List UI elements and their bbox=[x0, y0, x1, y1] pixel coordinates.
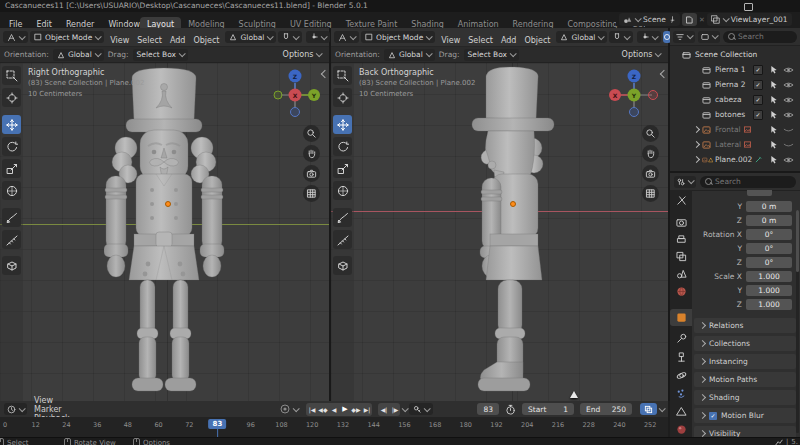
drag-dropdown[interactable]: Select Box bbox=[464, 49, 519, 61]
hide-eye-icon[interactable] bbox=[783, 81, 794, 89]
view-layer-selector[interactable]: ViewLayer_001 bbox=[707, 13, 792, 26]
selectable-icon[interactable] bbox=[770, 95, 779, 104]
transform-orientation-dropdown[interactable]: Global bbox=[556, 31, 607, 43]
new-scene-button[interactable] bbox=[682, 13, 697, 26]
options-dropdown[interactable]: Options bbox=[279, 50, 325, 59]
tab-particles[interactable] bbox=[670, 385, 692, 402]
mode-dropdown[interactable]: Object Mode bbox=[361, 31, 435, 43]
tab-constraints[interactable] bbox=[670, 349, 692, 366]
tool-transform[interactable] bbox=[2, 181, 21, 200]
section-header[interactable]: ✓ Shading bbox=[694, 390, 796, 405]
item-name[interactable]: Frontal bbox=[715, 125, 741, 134]
hide-eye-icon[interactable] bbox=[783, 156, 794, 164]
tool-transform[interactable] bbox=[333, 181, 352, 200]
jump-to-start-button[interactable]: |◀ bbox=[306, 403, 317, 416]
end-frame-field[interactable]: End 250 bbox=[580, 403, 632, 415]
orthographic-toggle-button[interactable] bbox=[642, 185, 659, 202]
tab-modifiers[interactable] bbox=[670, 330, 692, 347]
gizmo-dropdown[interactable] bbox=[306, 31, 330, 43]
gizmo-z[interactable]: Z bbox=[632, 73, 637, 80]
section-header[interactable]: ✓ Motion Paths bbox=[694, 372, 796, 387]
options-dropdown[interactable]: Options bbox=[618, 50, 664, 59]
next-keyframe-button[interactable]: ◆▶ bbox=[350, 403, 361, 416]
hidden-eye-icon[interactable] bbox=[783, 126, 794, 134]
viewport-menu-item[interactable]: Object bbox=[520, 36, 554, 45]
outliner-display-mode-button[interactable] bbox=[698, 31, 720, 43]
item-name[interactable]: Lateral bbox=[715, 140, 741, 149]
outliner-row[interactable]: Pierna 1 ✓ bbox=[670, 62, 800, 77]
viewport-menu-item[interactable]: Add bbox=[166, 36, 190, 45]
item-name[interactable]: botones bbox=[715, 110, 745, 119]
tab-material[interactable] bbox=[670, 421, 692, 438]
viewport-menu-item[interactable]: View bbox=[437, 36, 464, 45]
outliner-row[interactable]: cabeza ✓ bbox=[670, 92, 800, 107]
exclude-checkbox[interactable]: ✓ bbox=[753, 65, 763, 75]
nutcracker-model-front[interactable] bbox=[104, 64, 228, 400]
editor-type-button[interactable] bbox=[334, 31, 359, 43]
transform-orientation-dropdown[interactable]: Global bbox=[225, 31, 276, 43]
selectable-icon[interactable] bbox=[770, 155, 779, 164]
properties-scrollbar[interactable] bbox=[796, 210, 799, 433]
pan-button[interactable] bbox=[303, 145, 320, 162]
orientation-dropdown[interactable]: Global bbox=[53, 49, 104, 61]
tool-move[interactable] bbox=[2, 115, 21, 134]
keying-set-button[interactable] bbox=[409, 403, 433, 415]
gizmo-x[interactable]: X bbox=[613, 92, 618, 99]
object-origin-dot[interactable] bbox=[165, 201, 171, 207]
selectable-icon[interactable] bbox=[770, 65, 779, 74]
tool-annotate[interactable] bbox=[2, 208, 21, 227]
preview-range-stopwatch-icon[interactable] bbox=[505, 404, 516, 415]
viewport-menu-item[interactable]: Object bbox=[189, 36, 223, 45]
field-value[interactable]: 1.000 bbox=[746, 299, 792, 310]
nutcracker-model-side[interactable] bbox=[466, 64, 562, 400]
tab-object-data[interactable] bbox=[670, 403, 692, 420]
tool-cursor[interactable] bbox=[2, 88, 21, 107]
tab-world[interactable] bbox=[670, 283, 692, 300]
snap-dropdown[interactable] bbox=[609, 31, 633, 43]
timeline-editor-type-button[interactable] bbox=[4, 403, 27, 415]
section-header[interactable]: ✓ Collections bbox=[694, 336, 796, 351]
tool-scale[interactable] bbox=[333, 159, 352, 178]
drag-dropdown[interactable]: Select Box bbox=[133, 49, 188, 61]
timeline-menu-item[interactable]: Marker bbox=[29, 405, 83, 414]
window-control-icon[interactable] bbox=[744, 3, 753, 11]
gizmo-x[interactable]: X bbox=[293, 92, 298, 99]
viewport-canvas-right[interactable]: Back Orthographic (83) Scene Collection … bbox=[331, 63, 668, 401]
field-value[interactable]: 0 m bbox=[746, 201, 792, 212]
timeline-menu-item[interactable]: View bbox=[29, 396, 83, 405]
camera-view-button[interactable] bbox=[303, 165, 320, 182]
mode-dropdown[interactable]: Object Mode bbox=[30, 31, 104, 43]
viewport-menu-item[interactable]: Select bbox=[133, 36, 166, 45]
pan-button[interactable] bbox=[642, 145, 659, 162]
outliner-filter-button[interactable] bbox=[673, 31, 695, 43]
item-name[interactable]: Plane.002 bbox=[715, 155, 752, 164]
editor-type-button[interactable] bbox=[3, 31, 28, 43]
exclude-checkbox[interactable]: ✓ bbox=[753, 110, 763, 120]
selectable-icon[interactable] bbox=[770, 125, 779, 134]
field-value[interactable]: 0° bbox=[746, 243, 792, 254]
field-value[interactable]: 1.000 bbox=[746, 285, 792, 296]
selectable-icon[interactable] bbox=[770, 110, 779, 119]
tool-add-cube[interactable] bbox=[333, 256, 352, 275]
selectable-icon[interactable] bbox=[770, 140, 779, 149]
expand-arrow[interactable] bbox=[694, 142, 702, 147]
unlink-scene-button[interactable]: ✕ bbox=[699, 16, 705, 24]
section-header[interactable]: ✓ Visibility bbox=[694, 426, 796, 437]
navigation-gizmo[interactable]: Z X Y bbox=[606, 67, 662, 123]
current-frame-badge[interactable]: 83 bbox=[209, 419, 227, 429]
field-value[interactable]: 0 m bbox=[746, 215, 792, 226]
tool-add-cube[interactable] bbox=[2, 256, 21, 275]
tool-measure[interactable] bbox=[2, 230, 21, 249]
item-name[interactable]: Pierna 2 bbox=[715, 80, 746, 89]
zoom-button[interactable] bbox=[303, 125, 320, 142]
play-reverse-button[interactable]: ◀ bbox=[328, 403, 339, 416]
snap-dropdown[interactable] bbox=[278, 31, 302, 43]
viewport-menu-item[interactable]: Select bbox=[464, 36, 497, 45]
orientation-dropdown[interactable]: Global bbox=[384, 49, 435, 61]
outliner-row[interactable]: Frontal ✓ bbox=[670, 122, 800, 137]
item-name[interactable]: Pierna 1 bbox=[715, 65, 746, 74]
outliner-row[interactable]: Pierna 2 ✓ bbox=[670, 77, 800, 92]
object-origin-dot[interactable] bbox=[510, 201, 516, 207]
prev-keyframe-button[interactable]: ◀◆ bbox=[317, 403, 328, 416]
exclude-checkbox[interactable]: ✓ bbox=[753, 95, 763, 105]
